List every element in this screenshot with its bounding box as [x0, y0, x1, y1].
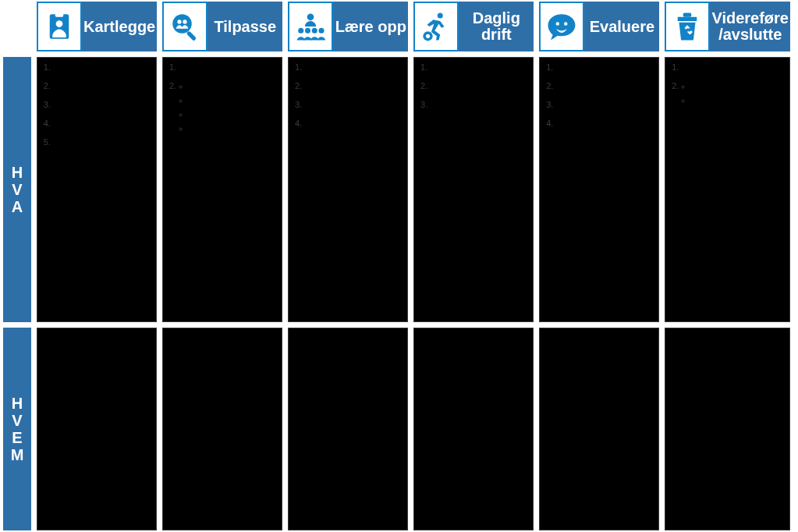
svg-rect-17 — [678, 17, 697, 21]
column-title: Lære opp — [333, 2, 408, 51]
list-item — [53, 100, 151, 109]
trash-icon — [665, 2, 710, 51]
cell-hva-laereopp — [288, 57, 408, 322]
list-item — [555, 119, 654, 128]
svg-rect-1 — [55, 12, 64, 17]
column-title: Videreføre /avslutte — [710, 2, 790, 51]
list-item — [555, 81, 654, 90]
column-title: Kartlegge — [82, 2, 157, 51]
column-title: Tilpasse — [207, 2, 282, 51]
column-header-viderefore: Videreføre /avslutte — [665, 2, 790, 51]
list-item — [304, 100, 403, 109]
cell-hvem-dagligdrift — [413, 328, 534, 530]
list-item — [53, 62, 151, 72]
list-item — [430, 100, 528, 109]
svg-point-3 — [173, 14, 193, 34]
list-subitem — [190, 123, 277, 133]
svg-rect-4 — [186, 30, 197, 41]
list-item — [430, 62, 528, 72]
column-header-tilpasse: Tilpasse — [162, 2, 282, 51]
running-gear-icon — [413, 2, 459, 51]
svg-point-10 — [312, 28, 317, 34]
svg-point-2 — [56, 20, 63, 27]
implementation-matrix: Kartlegge Tilpasse Lære opp Daglig drift — [0, 0, 798, 532]
svg-point-7 — [307, 13, 314, 20]
magnify-people-icon — [162, 2, 207, 51]
column-header-kartlegge: Kartlegge — [37, 2, 157, 51]
list-item — [681, 81, 785, 105]
list-subitem — [190, 95, 277, 105]
list-item — [304, 81, 403, 90]
svg-rect-18 — [683, 13, 692, 17]
cell-hva-kartlegge — [37, 57, 157, 322]
list-item — [53, 119, 151, 128]
svg-point-16 — [564, 22, 567, 25]
cell-hvem-laereopp — [288, 328, 408, 530]
column-header-laereopp: Lære opp — [288, 2, 408, 51]
column-header-evaluere: Evaluere — [539, 2, 659, 51]
list-item — [555, 100, 654, 109]
list-subitem — [190, 109, 277, 119]
cell-hva-tilpasse — [162, 57, 282, 322]
row-label-hvem: HVEM — [3, 328, 31, 530]
list-item — [53, 137, 151, 147]
cell-hvem-evaluere — [539, 328, 659, 530]
svg-point-11 — [319, 28, 325, 34]
list-item — [681, 62, 785, 72]
cell-hvem-viderefore — [665, 328, 790, 530]
svg-point-9 — [305, 28, 310, 34]
cell-hva-evaluere — [539, 57, 659, 322]
row-label-hva: HVA — [3, 57, 31, 322]
corner-cell — [3, 2, 31, 51]
row-label-text: HVEM — [11, 395, 24, 463]
badge-icon — [37, 2, 82, 51]
column-title: Daglig drift — [459, 2, 534, 51]
list-item — [179, 62, 277, 72]
list-item — [179, 81, 277, 133]
list-subitem — [190, 81, 277, 90]
cell-hva-viderefore — [665, 57, 790, 322]
cell-hvem-kartlegge — [37, 328, 157, 530]
list-item — [53, 81, 151, 90]
list-item — [304, 62, 403, 72]
list-subitem — [692, 95, 785, 105]
svg-point-12 — [438, 13, 443, 19]
svg-point-14 — [426, 34, 430, 38]
cell-hva-dagligdrift — [413, 57, 534, 322]
column-header-dagligdrift: Daglig drift — [413, 2, 534, 51]
list-item — [304, 119, 403, 128]
svg-point-15 — [556, 22, 559, 25]
list-item — [430, 81, 528, 90]
team-icon — [288, 2, 333, 51]
cell-hvem-tilpasse — [162, 328, 282, 530]
svg-point-6 — [183, 20, 187, 23]
svg-point-5 — [178, 20, 182, 23]
list-item — [555, 62, 654, 72]
column-title: Evaluere — [584, 2, 659, 51]
row-label-text: HVA — [12, 165, 23, 215]
smiley-chat-icon — [539, 2, 584, 51]
list-subitem — [692, 81, 785, 90]
svg-point-8 — [299, 28, 304, 34]
